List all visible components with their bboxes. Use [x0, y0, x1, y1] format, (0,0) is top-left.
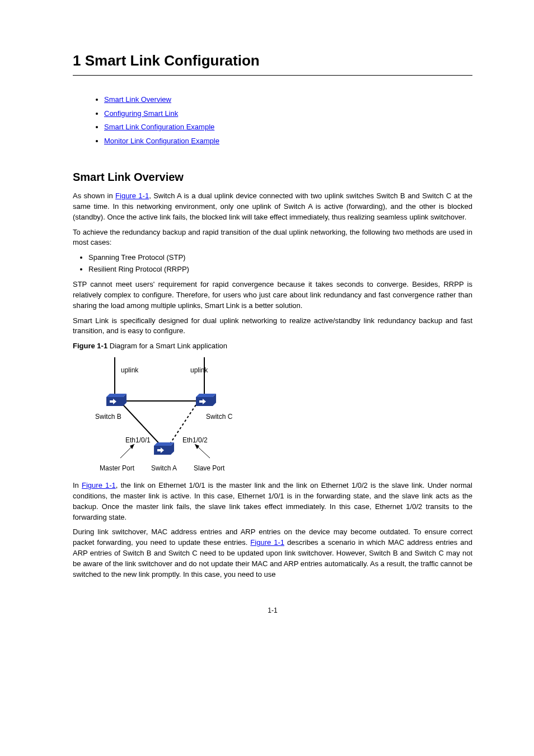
port1-label: Eth1/0/1 — [125, 436, 151, 445]
slave-port-label: Slave Port — [194, 464, 224, 473]
figure-diagram: uplink uplink Switch B Switch C Eth1/0/1… — [95, 357, 472, 475]
chapter-divider — [73, 75, 472, 76]
figure-ref-link[interactable]: Figure 1-1 — [82, 481, 116, 489]
port2-label: Eth1/0/2 — [182, 436, 208, 445]
section-heading-overview: Smart Link Overview — [73, 169, 472, 185]
uplink-label-1: uplink — [121, 366, 138, 375]
paragraph: During link switchover, MAC address entr… — [73, 527, 472, 580]
list-item: Spanning Tree Protocol (STP) — [88, 253, 472, 263]
method-list: Spanning Tree Protocol (STP) Resilient R… — [73, 253, 472, 275]
chapter-number: 1 — [73, 52, 81, 69]
page-number: 1-1 — [73, 606, 472, 615]
switch-a-label: Switch A — [151, 464, 177, 473]
figure-ref-link[interactable]: Figure 1-1 — [115, 192, 149, 200]
figure-ref-link[interactable]: Figure 1-1 — [250, 538, 284, 547]
svg-marker-17 — [154, 442, 174, 446]
paragraph: STP cannot meet users' requirement for r… — [73, 279, 472, 311]
chapter-title: 1 Smart Link Configuration — [73, 50, 472, 72]
toc-link-monitor-link-example[interactable]: Monitor Link Configuration Example — [104, 137, 219, 145]
figure-caption-text: Diagram for a Smart Link application — [110, 342, 227, 350]
paragraph: In Figure 1-1, the link on Ethernet 1/0/… — [73, 480, 472, 522]
switch-c-label: Switch C — [206, 412, 232, 422]
chapter-toc: Smart Link Overview Configuring Smart Li… — [73, 95, 472, 147]
svg-marker-9 — [106, 394, 127, 397]
uplink-label-2: uplink — [190, 366, 208, 375]
paragraph: As shown in Figure 1-1, Switch A is a du… — [73, 191, 472, 223]
svg-marker-13 — [196, 394, 216, 397]
switch-b-label: Switch B — [95, 412, 121, 422]
toc-link-smart-link-example[interactable]: Smart Link Configuration Example — [104, 123, 214, 131]
figure-label: Figure 1-1 — [73, 342, 107, 350]
paragraph: Smart Link is specifically designed for … — [73, 316, 472, 337]
toc-item: Monitor Link Configuration Example — [104, 136, 472, 147]
list-item: Resilient Ring Protocol (RRPP) — [88, 264, 472, 275]
toc-item: Configuring Smart Link — [104, 109, 472, 119]
paragraph: To achieve the redundancy backup and rap… — [73, 227, 472, 249]
chapter-title-text: Smart Link Configuration — [85, 52, 260, 69]
figure-caption: Figure 1-1 Diagram for a Smart Link appl… — [73, 341, 472, 352]
toc-item: Smart Link Overview — [104, 95, 472, 105]
toc-link-configuring-smart-link[interactable]: Configuring Smart Link — [104, 109, 178, 118]
toc-link-smart-link-overview[interactable]: Smart Link Overview — [104, 95, 171, 104]
master-port-label: Master Port — [100, 464, 134, 473]
toc-item: Smart Link Configuration Example — [104, 122, 472, 133]
